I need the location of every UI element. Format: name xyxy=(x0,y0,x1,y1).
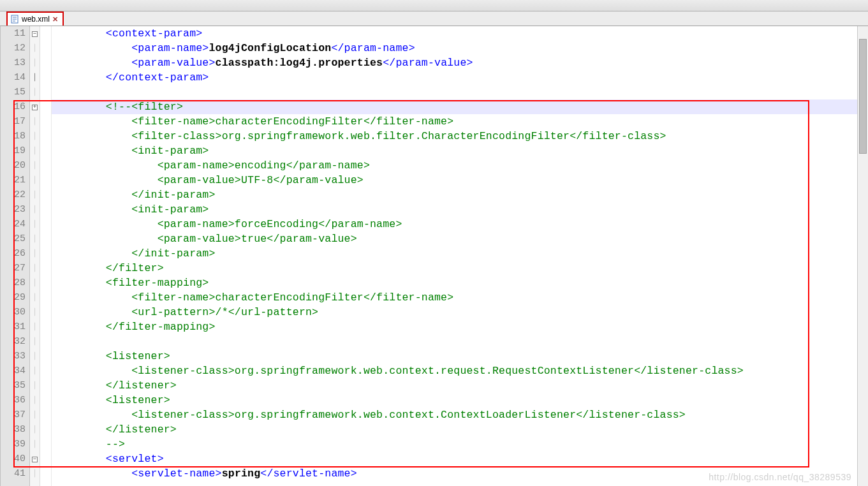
code-line[interactable]: <param-value>classpath:log4j.properties<… xyxy=(52,55,867,70)
line-number: 13 xyxy=(1,55,26,70)
code-line[interactable]: <filter-class>org.springframework.web.fi… xyxy=(52,129,867,144)
code-line[interactable]: <filter-mapping> xyxy=(52,276,867,290)
code-line[interactable]: <context-param> xyxy=(52,26,867,41)
line-number: 14 xyxy=(1,70,26,85)
tab-bar: web.xml ✕ xyxy=(0,11,868,26)
line-number: 38 xyxy=(1,422,26,437)
line-number: 22 xyxy=(1,188,26,202)
line-number: 15 xyxy=(1,85,26,99)
fold-toggle-open[interactable]: − xyxy=(32,457,38,462)
line-number: 37 xyxy=(1,408,26,422)
file-icon xyxy=(10,15,19,24)
line-number: 28 xyxy=(1,276,26,290)
line-number: 25 xyxy=(1,232,26,246)
code-line[interactable]: </init-param> xyxy=(52,246,867,261)
code-line[interactable]: </listener> xyxy=(52,378,867,393)
line-number: 33 xyxy=(1,349,26,364)
vertical-scrollbar[interactable] xyxy=(857,26,868,486)
tab-filename: web.xml xyxy=(22,15,50,24)
line-number: 41 xyxy=(1,466,26,481)
code-line[interactable]: <param-value>true</param-value> xyxy=(52,232,867,246)
line-number: 39 xyxy=(1,437,26,452)
watermark: http://blog.csdn.net/qq_38289539 xyxy=(709,472,851,482)
line-number: 36 xyxy=(1,393,26,408)
line-number: 12 xyxy=(1,41,26,55)
code-line[interactable] xyxy=(52,334,867,349)
code-line[interactable]: </listener> xyxy=(52,422,867,437)
code-line[interactable]: --> xyxy=(52,437,867,452)
code-line[interactable]: <url-pattern>/*</url-pattern> xyxy=(52,305,867,320)
line-number-gutter: 1112131415161718192021222324252627282930… xyxy=(1,26,30,486)
code-line[interactable]: </context-param> xyxy=(52,70,867,85)
line-number: 32 xyxy=(1,334,26,349)
code-line[interactable]: <servlet> xyxy=(52,452,867,466)
toolbar-stub xyxy=(0,0,868,11)
line-number: 19 xyxy=(1,144,26,158)
fold-column[interactable]: −││││+│││││││││││││││││││││││−│ xyxy=(30,26,40,486)
code-line[interactable]: </filter> xyxy=(52,261,867,276)
fold-toggle-open[interactable]: − xyxy=(32,31,38,37)
editor: 1112131415161718192021222324252627282930… xyxy=(0,26,868,486)
code-line[interactable]: <init-param> xyxy=(52,144,867,158)
code-area[interactable]: <context-param> <param-name>log4jConfigL… xyxy=(52,26,867,486)
line-number: 34 xyxy=(1,364,26,378)
line-number: 31 xyxy=(1,320,26,334)
fold-toggle-closed[interactable]: + xyxy=(32,105,38,110)
line-number: 17 xyxy=(1,114,26,129)
line-number: 24 xyxy=(1,217,26,232)
code-line[interactable]: <!--<filter> xyxy=(52,99,867,114)
marker-column xyxy=(40,26,52,486)
close-icon[interactable]: ✕ xyxy=(52,15,60,23)
code-line[interactable]: <filter-name>characterEncodingFilter</fi… xyxy=(52,290,867,305)
code-line[interactable]: <init-param> xyxy=(52,202,867,217)
scrollbar-thumb[interactable] xyxy=(859,39,867,154)
code-line[interactable] xyxy=(52,85,867,99)
code-line[interactable]: <listener> xyxy=(52,393,867,408)
line-number: 27 xyxy=(1,261,26,276)
line-number: 18 xyxy=(1,129,26,144)
file-tab[interactable]: web.xml ✕ xyxy=(6,11,64,26)
code-line[interactable]: <listener-class>org.springframework.web.… xyxy=(52,364,867,378)
line-number: 21 xyxy=(1,173,26,188)
code-line[interactable]: </filter-mapping> xyxy=(52,320,867,334)
code-line[interactable]: <param-name>encoding</param-name> xyxy=(52,158,867,173)
line-number: 16 xyxy=(1,99,26,114)
line-number: 26 xyxy=(1,246,26,261)
line-number: 23 xyxy=(1,202,26,217)
line-number: 11 xyxy=(1,26,26,41)
code-line[interactable]: </init-param> xyxy=(52,188,867,202)
code-line[interactable]: <filter-name>characterEncodingFilter</fi… xyxy=(52,114,867,129)
code-line[interactable]: <param-name>forceEncoding</param-name> xyxy=(52,217,867,232)
line-number: 30 xyxy=(1,305,26,320)
line-number: 20 xyxy=(1,158,26,173)
line-number: 29 xyxy=(1,290,26,305)
line-number: 40 xyxy=(1,452,26,466)
code-line[interactable]: <param-name>log4jConfigLocation</param-n… xyxy=(52,41,867,55)
code-line[interactable]: <param-value>UTF-8</param-value> xyxy=(52,173,867,188)
code-line[interactable]: <listener> xyxy=(52,349,867,364)
line-number: 35 xyxy=(1,378,26,393)
code-line[interactable]: <listener-class>org.springframework.web.… xyxy=(52,408,867,422)
